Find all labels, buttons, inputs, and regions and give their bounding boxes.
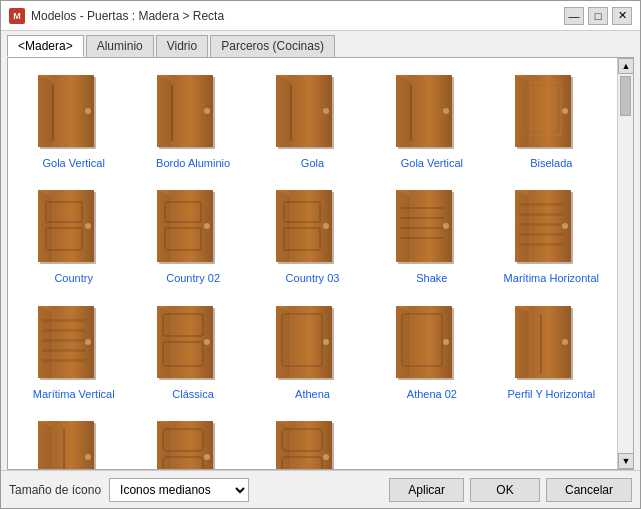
list-item[interactable]: Marítima Vertical xyxy=(16,297,131,408)
svg-marker-20 xyxy=(276,75,290,147)
svg-point-79 xyxy=(562,223,568,229)
list-item[interactable]: Perfil Y Horizontal xyxy=(494,297,609,408)
action-buttons: Aplicar OK Cancelar xyxy=(389,478,632,502)
close-button[interactable]: ✕ xyxy=(612,7,632,25)
door-icon xyxy=(511,188,591,268)
item-label: Perfil Y Horizontal xyxy=(507,387,595,401)
svg-point-50 xyxy=(204,223,210,229)
svg-point-26 xyxy=(443,108,449,114)
item-label: Biselada xyxy=(530,156,572,170)
item-label: Marítima Horizontal xyxy=(504,271,599,285)
svg-marker-122 xyxy=(515,306,529,378)
bottom-bar: Tamaño de ícono Iconos pequeñosIconos me… xyxy=(1,470,640,508)
tab-madera[interactable]: <Madera> xyxy=(7,35,84,57)
item-label: Gola Vertical xyxy=(401,156,463,170)
list-item[interactable]: Biselada xyxy=(494,66,609,177)
svg-point-42 xyxy=(85,223,91,229)
tab-vidrio[interactable]: Vidrio xyxy=(156,35,208,57)
door-icon xyxy=(272,73,352,153)
list-item[interactable]: Perfil Y Vertical xyxy=(16,412,131,469)
svg-point-90 xyxy=(85,339,91,345)
item-label: Gola Vertical xyxy=(43,156,105,170)
svg-marker-91 xyxy=(38,306,52,378)
item-label: Country 03 xyxy=(286,271,340,285)
svg-marker-59 xyxy=(276,190,290,262)
door-icon xyxy=(272,304,352,384)
item-label: Clássica xyxy=(172,387,214,401)
svg-point-34 xyxy=(562,108,568,114)
cancel-button[interactable]: Cancelar xyxy=(546,478,632,502)
svg-point-68 xyxy=(443,223,449,229)
icon-size-select[interactable]: Iconos pequeñosIconos medianosIconos gra… xyxy=(109,478,249,502)
svg-marker-43 xyxy=(38,190,52,262)
svg-marker-99 xyxy=(157,306,171,378)
svg-rect-18 xyxy=(290,85,292,141)
svg-point-144 xyxy=(323,454,329,460)
door-icon xyxy=(511,73,591,153)
svg-rect-105 xyxy=(287,319,317,361)
tab-aluminio[interactable]: Aluminio xyxy=(86,35,154,57)
ok-button[interactable]: OK xyxy=(470,478,540,502)
item-label: Athena xyxy=(295,387,330,401)
scroll-up-button[interactable]: ▲ xyxy=(618,58,633,74)
item-label: Country xyxy=(54,271,93,285)
svg-marker-69 xyxy=(396,190,410,262)
window-title: Modelos - Puertas : Madera > Recta xyxy=(31,9,224,23)
door-icon xyxy=(153,73,233,153)
svg-point-114 xyxy=(443,339,449,345)
list-item[interactable]: Country 03 xyxy=(255,181,370,292)
list-item[interactable]: Gola xyxy=(255,66,370,177)
list-item[interactable]: Athena 02 xyxy=(374,297,489,408)
list-item[interactable]: Athena xyxy=(255,297,370,408)
door-icon xyxy=(392,304,472,384)
apply-button[interactable]: Aplicar xyxy=(389,478,464,502)
svg-point-128 xyxy=(85,454,91,460)
list-item[interactable]: Gola Vertical xyxy=(16,66,131,177)
scroll-thumb[interactable] xyxy=(620,76,631,116)
item-label: Gola xyxy=(301,156,324,170)
door-icon xyxy=(392,188,472,268)
list-item[interactable]: Provenzal xyxy=(135,412,250,469)
tab-parceros[interactable]: Parceros (Cocinas) xyxy=(210,35,335,57)
svg-point-19 xyxy=(323,108,329,114)
svg-marker-137 xyxy=(157,421,171,469)
item-label: Marítima Vertical xyxy=(33,387,115,401)
door-icon xyxy=(34,304,114,384)
svg-marker-13 xyxy=(157,75,171,147)
list-item[interactable]: Gola Vertical xyxy=(374,66,489,177)
door-icon xyxy=(34,419,114,469)
list-item[interactable]: Country 02 xyxy=(135,181,250,292)
title-bar: M Modelos - Puertas : Madera > Recta — □… xyxy=(1,1,640,31)
svg-point-106 xyxy=(323,339,329,345)
item-label: Shake xyxy=(416,271,447,285)
main-window: M Modelos - Puertas : Madera > Recta — □… xyxy=(0,0,641,509)
list-item[interactable]: Country xyxy=(16,181,131,292)
window-controls: — □ ✕ xyxy=(564,7,632,25)
list-item[interactable]: Provenzal Configurable xyxy=(255,412,370,469)
door-icon xyxy=(153,188,233,268)
door-icon xyxy=(153,419,233,469)
item-label: Bordo Aluminio xyxy=(156,156,230,170)
svg-rect-11 xyxy=(171,85,173,141)
door-icon xyxy=(34,73,114,153)
list-item[interactable]: Shake xyxy=(374,181,489,292)
svg-rect-25 xyxy=(410,85,412,141)
item-label: Athena 02 xyxy=(407,387,457,401)
svg-rect-33 xyxy=(525,87,557,131)
list-item[interactable]: Marítima Horizontal xyxy=(494,181,609,292)
list-item[interactable]: Clássica xyxy=(135,297,250,408)
svg-marker-35 xyxy=(515,75,529,147)
maximize-button[interactable]: □ xyxy=(588,7,608,25)
door-icon xyxy=(272,419,352,469)
svg-marker-80 xyxy=(515,190,529,262)
items-grid: Gola Vertical Bordo Aluminio xyxy=(8,58,617,469)
svg-marker-129 xyxy=(38,421,52,469)
list-item[interactable]: Bordo Aluminio xyxy=(135,66,250,177)
minimize-button[interactable]: — xyxy=(564,7,584,25)
door-icon xyxy=(153,304,233,384)
svg-point-5 xyxy=(85,108,91,114)
svg-marker-145 xyxy=(276,421,290,469)
svg-marker-115 xyxy=(396,306,410,378)
scroll-down-button[interactable]: ▼ xyxy=(618,453,633,469)
scrollbar: ▲ ▼ xyxy=(617,58,633,469)
